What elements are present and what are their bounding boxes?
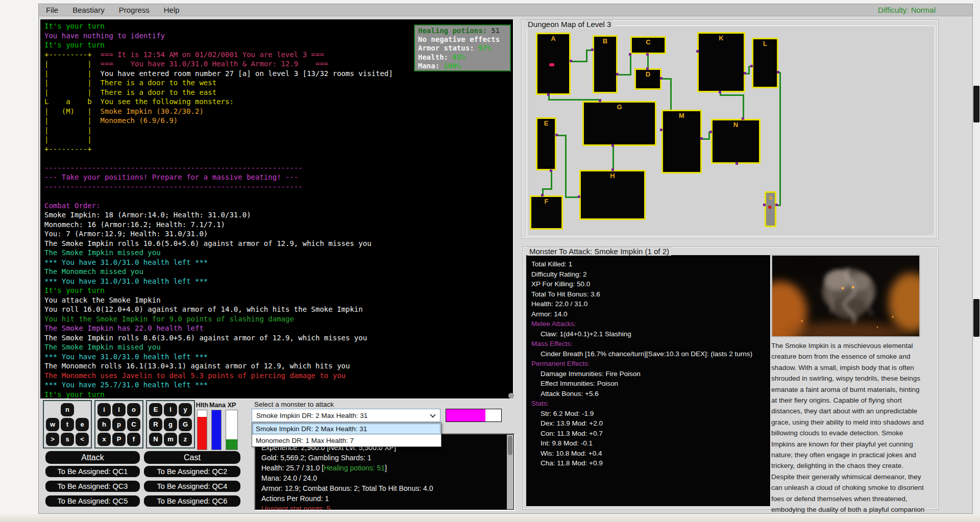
player-stats-scrollbar[interactable] <box>507 435 513 509</box>
monster-panel-title: Monster To Attack: Smoke Impkin (1 of 2) <box>527 247 671 256</box>
qc-button-6[interactable]: To Be Assigned: QC6 <box>144 495 240 507</box>
menu-item-beastiary[interactable]: Beastiary <box>65 6 112 14</box>
map-room-label: F <box>531 197 561 205</box>
menu-item-progress[interactable]: Progress <box>112 6 157 14</box>
map-room-label: B <box>594 37 616 45</box>
qc-button-2[interactable]: To Be Assigned: QC2 <box>144 466 240 477</box>
player-stat-line: Mana: 24.0 / 24.0 <box>261 473 504 483</box>
player-stat-line: Gold: 5,569.2; Gambling Shards: 1 <box>261 453 504 463</box>
key-l[interactable]: l <box>112 403 126 416</box>
game-window: FileBeastiaryProgressHelp Difficulty: No… <box>38 4 973 514</box>
monster-select-combobox[interactable]: Smoke Impkin DR: 2 Max Health: 31 <box>252 409 440 422</box>
combat-log: It's your turnYou have nothing to identi… <box>40 19 513 399</box>
map-door <box>555 134 558 136</box>
key-g[interactable]: g <box>164 418 177 431</box>
log-line: | | <box>44 135 513 144</box>
map-door <box>700 137 703 140</box>
page-scrollbar-thumb[interactable] <box>973 299 979 337</box>
mana-bar-label: Mana <box>209 402 224 409</box>
map-room-D: D <box>634 68 662 90</box>
map-room-label: K <box>699 34 744 42</box>
monster-stat-line: XP For Killing: 50.0 <box>531 279 765 289</box>
key-e[interactable]: e <box>76 418 89 431</box>
key-w[interactable]: w <box>46 418 59 431</box>
map-door <box>547 93 550 96</box>
key-p[interactable]: p <box>112 418 126 431</box>
key-z[interactable]: z <box>179 433 192 446</box>
key-n[interactable]: n <box>61 403 74 416</box>
map-room-K: K <box>697 32 745 92</box>
qc-button-3[interactable]: To Be Assigned: QC3 <box>45 481 140 492</box>
key-x[interactable]: x <box>97 433 111 446</box>
page-scrollbar[interactable] <box>973 0 980 522</box>
log-line: | | There is a door to the east <box>44 88 513 97</box>
key-m[interactable]: m <box>164 433 177 446</box>
log-line: *** You have 31.0/31.0 health left *** <box>44 352 513 362</box>
attack-button[interactable]: Attack <box>45 451 140 464</box>
key-C[interactable]: C <box>127 418 140 431</box>
map-corridor <box>586 49 587 62</box>
cast-button[interactable]: Cast <box>144 451 240 464</box>
key-f[interactable]: f <box>127 433 140 446</box>
key-E[interactable]: E <box>149 403 162 416</box>
log-line: | | <box>44 126 513 135</box>
monster-panel: Monster To Attack: Smoke Impkin (1 of 2)… <box>523 246 939 510</box>
player-stats-scrollbar-thumb[interactable] <box>508 436 512 455</box>
map-door <box>550 169 552 172</box>
menu-item-file[interactable]: File <box>39 6 65 14</box>
map-door <box>660 77 663 80</box>
key-P[interactable]: P <box>112 433 126 446</box>
key-R[interactable]: R <box>149 418 162 431</box>
log-line: It's your turn <box>44 390 513 399</box>
log-line: Smoke Impkin: 18 (Armor:14.0; Health: 31… <box>44 210 513 220</box>
log-line: --- Take your positions! Prepare for a m… <box>44 172 513 182</box>
log-line <box>44 191 513 201</box>
key->[interactable]: > <box>46 433 59 446</box>
map-corridor <box>565 135 567 198</box>
log-scrollbar-thumb[interactable] <box>508 393 514 399</box>
map-room-label: H <box>581 172 644 180</box>
dungeon-map-panel: Dungeon Map of Level 3 ABCDEFGHKLMNa <box>521 19 939 239</box>
map-room-label: A <box>537 35 569 42</box>
key-G[interactable]: G <box>179 418 192 431</box>
key-N[interactable]: N <box>149 433 162 446</box>
page-scrollbar-thumb[interactable] <box>973 86 979 122</box>
monster-option-2[interactable]: Monomech DR: 1 Max Health: 7 <box>252 435 441 446</box>
qc-button-5[interactable]: To Be Assigned: QC5 <box>45 495 140 507</box>
log-line: | | There is a door to the west <box>44 78 513 88</box>
key-y[interactable]: y <box>179 403 192 416</box>
key-o[interactable]: o <box>127 403 140 416</box>
log-line <box>44 154 513 163</box>
target-health-bar <box>446 409 502 422</box>
map-door <box>777 71 779 73</box>
quick-command-buttons: To Be Assigned: QC1To Be Assigned: QC2To… <box>45 466 240 507</box>
xp-bar-label: XP <box>225 402 239 409</box>
map-room-label: E <box>537 119 555 127</box>
status-box: Healing potions: 51No negative effectsAr… <box>414 24 511 71</box>
key-h[interactable]: h <box>97 418 111 431</box>
key-i[interactable]: i <box>97 403 111 416</box>
map-corridor <box>612 146 614 170</box>
log-line: Combat Order: <box>44 201 513 211</box>
monster-stat-line: Effect Immunities: Poison <box>531 379 765 389</box>
menu-item-help[interactable]: Help <box>157 6 187 14</box>
monster-stat-line: Con: 11.3 Mod: +0.7 <box>531 429 765 439</box>
key-<[interactable]: < <box>76 433 89 446</box>
log-line: You roll 16.0(12.0+4.0) against armor of… <box>44 305 513 314</box>
map-corridor <box>630 54 631 76</box>
key-t[interactable]: t <box>61 418 74 431</box>
log-line: +---------+ <box>44 144 513 154</box>
monster-stats: Total Killed: 1Difficulty Rating: 2XP Fo… <box>526 255 770 506</box>
map-corridor <box>571 61 587 62</box>
monster-option-1[interactable]: Smoke Impkin DR: 2 Max Health: 31 <box>252 423 441 435</box>
log-line: L a b You see the following monsters: <box>44 97 513 107</box>
monster-stat-line: Total Killed: 1 <box>531 259 765 269</box>
map-room-label: M <box>663 112 700 119</box>
key-s[interactable]: s <box>61 433 74 446</box>
hotkey-pads: nwte>s<ilohpCxPfEIyRgGNmz <box>43 400 195 449</box>
qc-button-1[interactable]: To Be Assigned: QC1 <box>45 466 140 477</box>
key-I[interactable]: I <box>164 403 177 416</box>
qc-button-4[interactable]: To Be Assigned: QC4 <box>144 481 240 492</box>
monster-stat-line: Melee Attacks: <box>531 319 765 329</box>
status-line: Armor status: 97% <box>418 44 507 53</box>
